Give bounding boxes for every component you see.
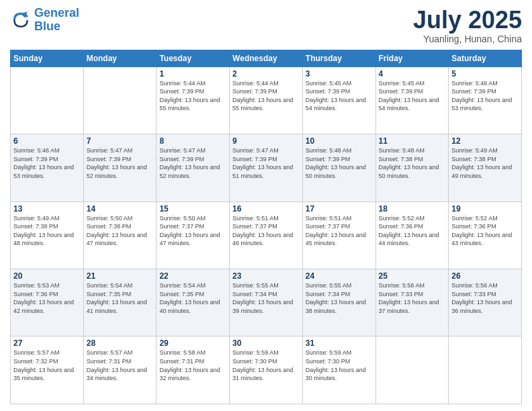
- title-block: July 2025 Yuanling, Hunan, China: [413, 7, 522, 44]
- day-info: Sunrise: 5:48 AMSunset: 7:38 PMDaylight:…: [379, 146, 446, 180]
- table-row: 4Sunrise: 5:45 AMSunset: 7:39 PMDaylight…: [375, 66, 449, 134]
- day-number: 18: [379, 204, 446, 214]
- table-row: 30Sunrise: 5:59 AMSunset: 7:30 PMDayligh…: [230, 336, 303, 404]
- logo-icon: [10, 9, 32, 31]
- day-number: 8: [159, 136, 226, 146]
- day-number: 21: [87, 271, 154, 281]
- day-info: Sunrise: 5:59 AMSunset: 7:30 PMDaylight:…: [306, 349, 373, 382]
- day-info: Sunrise: 5:52 AMSunset: 7:36 PMDaylight:…: [379, 214, 446, 248]
- table-row: 31Sunrise: 5:59 AMSunset: 7:30 PMDayligh…: [302, 336, 375, 404]
- table-row: 21Sunrise: 5:54 AMSunset: 7:35 PMDayligh…: [83, 269, 157, 336]
- table-row: 2Sunrise: 5:44 AMSunset: 7:39 PMDaylight…: [230, 66, 303, 134]
- day-number: 10: [306, 136, 373, 146]
- day-number: 15: [159, 204, 226, 214]
- table-row: 6Sunrise: 5:46 AMSunset: 7:39 PMDaylight…: [11, 134, 84, 201]
- day-number: 6: [13, 136, 81, 146]
- table-row: [83, 66, 157, 134]
- col-monday: Monday: [83, 50, 157, 66]
- col-tuesday: Tuesday: [157, 50, 230, 66]
- day-info: Sunrise: 5:47 AMSunset: 7:39 PMDaylight:…: [159, 146, 226, 180]
- day-info: Sunrise: 5:48 AMSunset: 7:39 PMDaylight:…: [306, 146, 373, 180]
- day-info: Sunrise: 5:58 AMSunset: 7:31 PMDaylight:…: [159, 349, 226, 382]
- table-row: 11Sunrise: 5:48 AMSunset: 7:38 PMDayligh…: [375, 134, 449, 201]
- day-number: 3: [306, 69, 373, 79]
- page: General Blue July 2025 Yuanling, Hunan, …: [0, 0, 532, 411]
- day-info: Sunrise: 5:45 AMSunset: 7:39 PMDaylight:…: [306, 79, 373, 113]
- day-info: Sunrise: 5:45 AMSunset: 7:39 PMDaylight:…: [379, 79, 446, 113]
- table-row: 14Sunrise: 5:50 AMSunset: 7:38 PMDayligh…: [83, 201, 157, 269]
- day-number: 20: [13, 271, 81, 281]
- day-number: 13: [13, 204, 81, 214]
- day-info: Sunrise: 5:52 AMSunset: 7:36 PMDaylight:…: [451, 214, 519, 248]
- calendar-week-4: 20Sunrise: 5:53 AMSunset: 7:36 PMDayligh…: [11, 269, 522, 336]
- calendar-week-1: 1Sunrise: 5:44 AMSunset: 7:39 PMDaylight…: [11, 66, 522, 134]
- table-row: 7Sunrise: 5:47 AMSunset: 7:39 PMDaylight…: [83, 134, 157, 201]
- calendar-week-5: 27Sunrise: 5:57 AMSunset: 7:32 PMDayligh…: [11, 336, 522, 404]
- table-row: 3Sunrise: 5:45 AMSunset: 7:39 PMDaylight…: [302, 66, 375, 134]
- table-row: 20Sunrise: 5:53 AMSunset: 7:36 PMDayligh…: [11, 269, 84, 336]
- logo-general: General: [34, 6, 79, 19]
- col-thursday: Thursday: [302, 50, 375, 66]
- day-number: 29: [159, 338, 226, 348]
- table-row: [375, 336, 449, 404]
- col-friday: Friday: [375, 50, 449, 66]
- table-row: 5Sunrise: 5:46 AMSunset: 7:39 PMDaylight…: [449, 66, 522, 134]
- table-row: 19Sunrise: 5:52 AMSunset: 7:36 PMDayligh…: [449, 201, 522, 269]
- day-number: 30: [232, 338, 300, 348]
- day-info: Sunrise: 5:49 AMSunset: 7:38 PMDaylight:…: [451, 146, 519, 180]
- day-info: Sunrise: 5:57 AMSunset: 7:31 PMDaylight:…: [87, 349, 154, 382]
- table-row: 18Sunrise: 5:52 AMSunset: 7:36 PMDayligh…: [375, 201, 449, 269]
- calendar-table: Sunday Monday Tuesday Wednesday Thursday…: [10, 50, 522, 404]
- day-info: Sunrise: 5:53 AMSunset: 7:36 PMDaylight:…: [13, 281, 81, 315]
- day-info: Sunrise: 5:55 AMSunset: 7:34 PMDaylight:…: [306, 281, 373, 315]
- col-saturday: Saturday: [449, 50, 522, 66]
- day-info: Sunrise: 5:59 AMSunset: 7:30 PMDaylight:…: [232, 349, 300, 382]
- table-row: 26Sunrise: 5:56 AMSunset: 7:33 PMDayligh…: [449, 269, 522, 336]
- day-number: 19: [451, 204, 519, 214]
- header-row: Sunday Monday Tuesday Wednesday Thursday…: [11, 50, 522, 66]
- table-row: 10Sunrise: 5:48 AMSunset: 7:39 PMDayligh…: [302, 134, 375, 201]
- day-number: 12: [451, 136, 519, 146]
- location-subtitle: Yuanling, Hunan, China: [413, 34, 522, 44]
- table-row: 8Sunrise: 5:47 AMSunset: 7:39 PMDaylight…: [157, 134, 230, 201]
- col-sunday: Sunday: [11, 50, 84, 66]
- table-row: 16Sunrise: 5:51 AMSunset: 7:37 PMDayligh…: [230, 201, 303, 269]
- calendar-week-3: 13Sunrise: 5:49 AMSunset: 7:38 PMDayligh…: [11, 201, 522, 269]
- logo-blue: Blue: [34, 19, 60, 33]
- day-info: Sunrise: 5:51 AMSunset: 7:37 PMDaylight:…: [306, 214, 373, 248]
- table-row: 12Sunrise: 5:49 AMSunset: 7:38 PMDayligh…: [449, 134, 522, 201]
- day-number: 14: [87, 204, 154, 214]
- table-row: 17Sunrise: 5:51 AMSunset: 7:37 PMDayligh…: [302, 201, 375, 269]
- day-info: Sunrise: 5:46 AMSunset: 7:39 PMDaylight:…: [451, 79, 519, 113]
- day-info: Sunrise: 5:50 AMSunset: 7:37 PMDaylight:…: [159, 214, 226, 248]
- day-number: 7: [87, 136, 154, 146]
- day-info: Sunrise: 5:44 AMSunset: 7:39 PMDaylight:…: [232, 79, 300, 113]
- table-row: 15Sunrise: 5:50 AMSunset: 7:37 PMDayligh…: [157, 201, 230, 269]
- day-number: 31: [306, 338, 373, 348]
- day-info: Sunrise: 5:51 AMSunset: 7:37 PMDaylight:…: [232, 214, 300, 248]
- day-info: Sunrise: 5:44 AMSunset: 7:39 PMDaylight:…: [159, 79, 226, 113]
- table-row: 22Sunrise: 5:54 AMSunset: 7:35 PMDayligh…: [157, 269, 230, 336]
- day-number: 1: [159, 69, 226, 79]
- day-number: 24: [306, 271, 373, 281]
- day-info: Sunrise: 5:56 AMSunset: 7:33 PMDaylight:…: [451, 281, 519, 315]
- table-row: 27Sunrise: 5:57 AMSunset: 7:32 PMDayligh…: [11, 336, 84, 404]
- day-info: Sunrise: 5:47 AMSunset: 7:39 PMDaylight:…: [232, 146, 300, 180]
- table-row: 1Sunrise: 5:44 AMSunset: 7:39 PMDaylight…: [157, 66, 230, 134]
- table-row: [449, 336, 522, 404]
- table-row: 25Sunrise: 5:56 AMSunset: 7:33 PMDayligh…: [375, 269, 449, 336]
- table-row: 23Sunrise: 5:55 AMSunset: 7:34 PMDayligh…: [230, 269, 303, 336]
- day-number: 23: [232, 271, 300, 281]
- day-info: Sunrise: 5:54 AMSunset: 7:35 PMDaylight:…: [159, 281, 226, 315]
- table-row: 28Sunrise: 5:57 AMSunset: 7:31 PMDayligh…: [83, 336, 157, 404]
- logo-text: General Blue: [34, 7, 79, 34]
- day-number: 17: [306, 204, 373, 214]
- day-number: 4: [379, 69, 446, 79]
- day-number: 5: [451, 69, 519, 79]
- day-info: Sunrise: 5:50 AMSunset: 7:38 PMDaylight:…: [87, 214, 154, 248]
- day-number: 9: [232, 136, 300, 146]
- table-row: 13Sunrise: 5:49 AMSunset: 7:38 PMDayligh…: [11, 201, 84, 269]
- day-number: 2: [232, 69, 300, 79]
- table-row: 9Sunrise: 5:47 AMSunset: 7:39 PMDaylight…: [230, 134, 303, 201]
- day-info: Sunrise: 5:54 AMSunset: 7:35 PMDaylight:…: [87, 281, 154, 315]
